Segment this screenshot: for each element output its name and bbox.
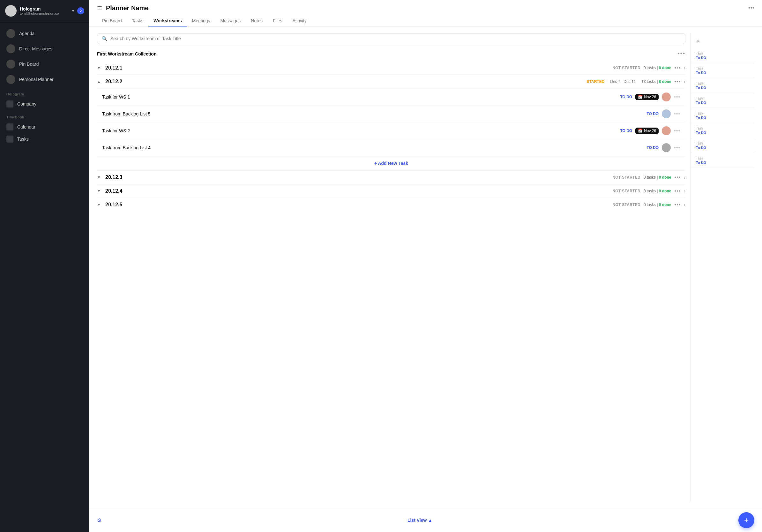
header-more-button[interactable]: ••• [748, 5, 754, 12]
tab-meetings[interactable]: Meetings [187, 16, 215, 27]
search-input[interactable] [111, 36, 681, 41]
personal-planner-dot [6, 75, 15, 84]
sidebar-item-label: Direct Messages [19, 46, 52, 51]
calendar-icon [6, 123, 13, 130]
main-content: ☰ Planner Name ••• Pin Board Tasks Works… [89, 0, 762, 532]
right-task-todo: To DO [696, 146, 749, 150]
hamburger-icon[interactable]: ☰ [97, 5, 102, 12]
sidebar-nav: Agenda Direct Messages Pin Board Persona… [0, 22, 89, 149]
user-info: Hologram tom@hologramdesign.co [20, 6, 69, 15]
sidebar-item-agenda[interactable]: Agenda [0, 26, 89, 41]
workstream-arrow-icon[interactable]: › [684, 175, 685, 180]
list-item[interactable]: Task To DO [691, 78, 754, 93]
workstream-row-5: ▼ 20.12.5 NOT STARTED 0 tasks | 0 done •… [97, 198, 685, 212]
task-status[interactable]: TO DO [620, 129, 632, 133]
notification-badge[interactable]: 2 [77, 7, 84, 14]
list-view-button[interactable]: List View ▲ [408, 518, 432, 523]
task-name: Task for WS 2 [102, 128, 617, 133]
workstream-tasks-count: 13 tasks | 8 done [642, 79, 671, 84]
chevron-down-icon[interactable]: ▼ [97, 203, 102, 207]
search-bar[interactable]: 🔍 [97, 33, 685, 44]
chevron-down-icon[interactable]: ▾ [72, 9, 74, 13]
task-status[interactable]: TO DO [620, 95, 632, 99]
sidebar-item-label: Personal Planner [19, 77, 53, 82]
right-task-todo: To DO [696, 131, 749, 135]
hologram-section-label: Hologram [0, 87, 89, 98]
sidebar-item-pin-board[interactable]: Pin Board [0, 56, 89, 72]
main-body: 🔍 First Workstream Collection ••• ▼ 20.1… [89, 27, 762, 508]
workstream-arrow-icon[interactable]: › [684, 202, 685, 207]
add-task-row[interactable]: + Add New Task [97, 156, 685, 170]
tab-messages[interactable]: Messages [215, 16, 246, 27]
task-more-button[interactable]: ••• [674, 145, 680, 151]
workstream-more-button[interactable]: ••• [675, 202, 681, 208]
task-status[interactable]: TO DO [647, 112, 658, 116]
list-item[interactable]: Task To DO [691, 123, 754, 138]
sidebar-item-tasks[interactable]: Tasks [0, 133, 89, 145]
list-item[interactable]: Task To DO [691, 63, 754, 78]
tab-notes[interactable]: Notes [246, 16, 268, 27]
workstream-status: STARTED [587, 79, 605, 84]
right-task-label: Task [696, 51, 749, 55]
sidebar-item-direct-messages[interactable]: Direct Messages [0, 41, 89, 56]
task-name: Task from Backlog List 5 [102, 111, 643, 116]
task-more-button[interactable]: ••• [674, 94, 680, 100]
page-title: Planner Name [106, 4, 148, 12]
chevron-down-icon[interactable]: ▼ [97, 66, 102, 70]
workstream-done-count: 0 done [659, 66, 671, 70]
workstream-arrow-icon[interactable]: › [684, 65, 685, 71]
list-item[interactable]: Task To DO [691, 93, 754, 108]
bottom-bar: ⚙ List View ▲ + [89, 508, 762, 532]
workstream-name: 20.12.2 [105, 79, 584, 85]
direct-messages-dot [6, 44, 15, 53]
collection-header: First Workstream Collection ••• [97, 50, 685, 57]
workstream-tasks-count: 0 tasks | 0 done [644, 203, 671, 207]
task-more-button[interactable]: ••• [674, 128, 680, 134]
sidebar-item-personal-planner[interactable]: Personal Planner [0, 72, 89, 87]
sidebar-item-calendar[interactable]: Calendar [0, 121, 89, 133]
table-row: Task for WS 1 TO DO 📅 Nov 26 ••• [97, 88, 685, 105]
right-task-label: Task [696, 81, 749, 85]
right-task-label: Task [696, 111, 749, 115]
timebook-section-label: Timebook [0, 110, 89, 121]
list-item[interactable]: Task To DO [691, 153, 754, 168]
workstream-more-button[interactable]: ••• [675, 65, 681, 71]
tab-workstreams[interactable]: Workstreams [148, 16, 187, 27]
avatar [662, 93, 671, 101]
sidebar-header[interactable]: Hologram tom@hologramdesign.co ▾ 2 [0, 0, 89, 22]
add-task-button[interactable]: + Add New Task [374, 161, 408, 166]
task-status[interactable]: TO DO [647, 146, 658, 150]
tab-tasks[interactable]: Tasks [127, 16, 148, 27]
workstream-more-button[interactable]: ••• [675, 188, 681, 194]
list-item[interactable]: Task To DO [691, 138, 754, 153]
chevron-down-icon[interactable]: ▼ [97, 189, 102, 193]
right-task-label: Task [696, 156, 749, 160]
main-header: ☰ Planner Name ••• Pin Board Tasks Works… [89, 0, 762, 27]
tab-activity[interactable]: Activity [287, 16, 312, 27]
table-row: Task for WS 2 TO DO 📅 Nov 26 ••• [97, 122, 685, 139]
fab-button[interactable]: + [738, 512, 754, 528]
table-row: Task from Backlog List 5 TO DO ••• [97, 105, 685, 122]
list-item[interactable]: Task To DO [691, 108, 754, 123]
right-task-todo: To DO [696, 56, 749, 60]
task-more-button[interactable]: ••• [674, 111, 680, 117]
sidebar-item-company[interactable]: Company [0, 98, 89, 110]
workstream-more-button[interactable]: ••• [675, 79, 681, 85]
chevron-down-icon[interactable]: ▼ [97, 175, 102, 179]
workstream-name: 20.12.5 [105, 202, 609, 208]
workstream-row-3: ▼ 20.12.3 NOT STARTED 0 tasks | 0 done •… [97, 170, 685, 184]
collection-more-button[interactable]: ••• [677, 50, 685, 57]
avatar [662, 143, 671, 152]
workstream-more-button[interactable]: ••• [675, 174, 681, 180]
filter-icon[interactable]: ⚙ [97, 517, 102, 523]
workstream-arrow-icon[interactable]: › [684, 79, 685, 84]
chevron-up-icon[interactable]: ▲ [97, 79, 102, 84]
right-task-label: Task [696, 66, 749, 70]
tab-pin-board[interactable]: Pin Board [97, 16, 127, 27]
workstream-tasks-count: 0 tasks | 0 done [644, 66, 671, 70]
workstream-row-2: ▲ 20.12.2 STARTED Dec 7 - Dec 11 13 task… [97, 75, 685, 88]
workstream-arrow-icon[interactable]: › [684, 188, 685, 194]
list-item[interactable]: Task To DO [691, 48, 754, 63]
pin-icon[interactable]: ✳ [696, 38, 700, 44]
tab-files[interactable]: Files [268, 16, 287, 27]
